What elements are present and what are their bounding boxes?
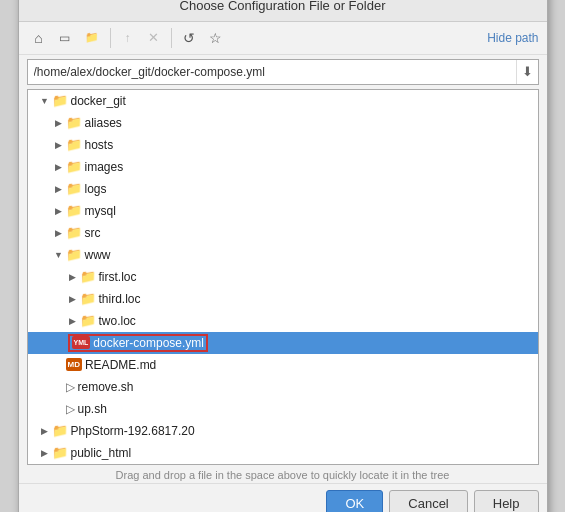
item-label: docker_git xyxy=(71,94,126,108)
item-label: public_html xyxy=(71,446,132,460)
home-button[interactable]: ⌂ xyxy=(27,26,51,50)
item-label: README.md xyxy=(85,358,156,372)
item-label: logs xyxy=(85,182,107,196)
refresh-button[interactable]: ↺ xyxy=(177,26,201,50)
dialog-title: Choose Configuration File or Folder xyxy=(19,0,547,22)
file-icon: ▷ xyxy=(66,402,75,416)
toolbar: ⌂ ▭ 📁 ↑ ✕ ↺ ☆ Hide path xyxy=(19,22,547,55)
folder-icon: 📁 xyxy=(52,445,68,460)
tree-item-public-html[interactable]: ▶ 📁 public_html xyxy=(28,442,538,464)
folder-icon: 📁 xyxy=(80,269,96,284)
folder-icon: 📁 xyxy=(66,181,82,196)
up-icon: ↑ xyxy=(125,31,131,45)
desktop-button[interactable]: ▭ xyxy=(53,26,77,50)
up-button[interactable]: ↑ xyxy=(116,26,140,50)
download-icon: ⬇ xyxy=(516,60,538,84)
tree-item-up-sh[interactable]: ▷ up.sh xyxy=(28,398,538,420)
item-label: docker-compose.yml xyxy=(93,336,204,350)
toolbar-separator xyxy=(110,28,111,48)
tree-item-first-loc[interactable]: ▶ 📁 first.loc xyxy=(28,266,538,288)
folder-icon: 📁 xyxy=(66,137,82,152)
tree-item-remove-sh[interactable]: ▷ remove.sh xyxy=(28,376,538,398)
desktop-icon: ▭ xyxy=(59,31,70,45)
tree-item-two-loc[interactable]: ▶ 📁 two.loc xyxy=(28,310,538,332)
tree-item-readme[interactable]: MD README.md xyxy=(28,354,538,376)
item-label: aliases xyxy=(85,116,122,130)
new-folder-button[interactable]: 📁 xyxy=(79,26,105,50)
folder-icon: 📁 xyxy=(66,203,82,218)
expand-arrow: ▶ xyxy=(52,206,66,216)
folder-icon: 📁 xyxy=(52,93,68,108)
tree-item-mysql[interactable]: ▶ 📁 mysql xyxy=(28,200,538,222)
tree-item-src[interactable]: ▶ 📁 src xyxy=(28,222,538,244)
tree-item-third-loc[interactable]: ▶ 📁 third.loc xyxy=(28,288,538,310)
drag-hint: Drag and drop a file in the space above … xyxy=(27,469,539,481)
bookmark-icon: ☆ xyxy=(209,30,222,46)
tree-item-www[interactable]: ▼ 📁 www xyxy=(28,244,538,266)
item-label: up.sh xyxy=(78,402,107,416)
tree-item-aliases[interactable]: ▶ 📁 aliases xyxy=(28,112,538,134)
cancel-button[interactable]: Cancel xyxy=(389,490,467,513)
folder-icon: 📁 xyxy=(52,423,68,438)
hide-path-link[interactable]: Hide path xyxy=(487,31,538,45)
expand-arrow: ▶ xyxy=(52,228,66,238)
selected-file-box: YML docker-compose.yml xyxy=(68,334,208,352)
expand-arrow: ▶ xyxy=(52,140,66,150)
expand-arrow: ▶ xyxy=(38,448,52,458)
item-label: mysql xyxy=(85,204,116,218)
folder-icon: 📁 xyxy=(66,115,82,130)
bottom-bar: OK Cancel Help xyxy=(19,483,547,513)
item-label: first.loc xyxy=(99,270,137,284)
expand-arrow: ▶ xyxy=(52,184,66,194)
new-folder-icon: 📁 xyxy=(85,31,99,44)
folder-icon: 📁 xyxy=(80,313,96,328)
item-label: third.loc xyxy=(99,292,141,306)
path-bar: ⬇ xyxy=(27,59,539,85)
delete-icon: ✕ xyxy=(148,30,159,45)
tree-item-logs[interactable]: ▶ 📁 logs xyxy=(28,178,538,200)
tree-item-docker-git[interactable]: ▼ 📁 docker_git xyxy=(28,90,538,112)
expand-arrow: ▼ xyxy=(52,250,66,260)
item-label: PhpStorm-192.6817.20 xyxy=(71,424,195,438)
folder-icon: 📁 xyxy=(66,159,82,174)
yml-badge: YML xyxy=(72,336,91,349)
item-label: hosts xyxy=(85,138,114,152)
ok-button[interactable]: OK xyxy=(326,490,383,513)
choose-file-dialog: Choose Configuration File or Folder ⌂ ▭ … xyxy=(18,0,548,512)
tree-item-hosts[interactable]: ▶ 📁 hosts xyxy=(28,134,538,156)
expand-arrow: ▶ xyxy=(66,272,80,282)
expand-arrow: ▶ xyxy=(52,118,66,128)
folder-icon: 📁 xyxy=(66,225,82,240)
tree-item-docker-compose[interactable]: YML docker-compose.yml xyxy=(28,332,538,354)
refresh-icon: ↺ xyxy=(183,30,195,46)
item-label: images xyxy=(85,160,124,174)
toolbar-separator-2 xyxy=(171,28,172,48)
folder-icon: 📁 xyxy=(80,291,96,306)
expand-arrow: ▶ xyxy=(38,426,52,436)
md-badge: MD xyxy=(66,358,82,371)
item-label: src xyxy=(85,226,101,240)
tree-item-phpstorm[interactable]: ▶ 📁 PhpStorm-192.6817.20 xyxy=(28,420,538,442)
expand-arrow: ▶ xyxy=(66,294,80,304)
expand-arrow: ▼ xyxy=(38,96,52,106)
item-label: two.loc xyxy=(99,314,136,328)
folder-icon: 📁 xyxy=(66,247,82,262)
expand-arrow: ▶ xyxy=(52,162,66,172)
item-label: remove.sh xyxy=(78,380,134,394)
file-tree[interactable]: ▼ 📁 docker_git ▶ 📁 aliases ▶ 📁 hosts ▶ 📁… xyxy=(27,89,539,465)
home-icon: ⌂ xyxy=(34,30,42,46)
tree-item-images[interactable]: ▶ 📁 images xyxy=(28,156,538,178)
help-button[interactable]: Help xyxy=(474,490,539,513)
bookmark-button[interactable]: ☆ xyxy=(203,26,228,50)
expand-arrow: ▶ xyxy=(66,316,80,326)
item-label: www xyxy=(85,248,111,262)
path-input[interactable] xyxy=(28,63,516,81)
delete-button[interactable]: ✕ xyxy=(142,26,166,50)
file-icon: ▷ xyxy=(66,380,75,394)
